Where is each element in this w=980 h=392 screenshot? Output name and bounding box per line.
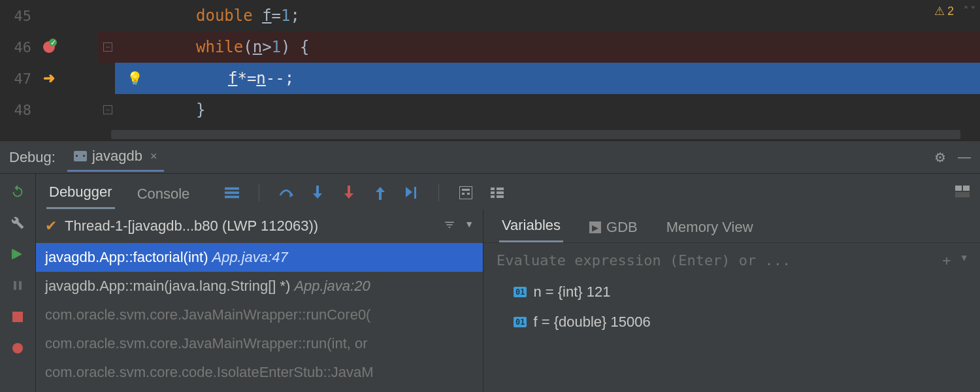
svg-rect-20 [955, 186, 962, 191]
run-config-name: javagdb [92, 148, 142, 165]
step-out-icon[interactable] [373, 186, 387, 200]
primitive-badge-icon: 01 [514, 317, 527, 327]
eval-placeholder: Evaluate expression (Enter) or ... [497, 252, 791, 269]
debug-inner-tabbar: Debugger Console [36, 174, 980, 210]
variable-row[interactable]: 01 n = {int} 121 [483, 277, 980, 307]
svg-rect-21 [963, 186, 970, 191]
line-number[interactable]: 46 [0, 39, 39, 56]
add-watch-icon[interactable]: + [942, 252, 951, 269]
line-number[interactable]: 48 [0, 102, 39, 118]
thread-check-icon: ✔ [45, 218, 57, 235]
breakpoint-icon[interactable] [43, 41, 55, 53]
debug-left-toolbar [0, 174, 36, 392]
code-line-46[interactable]: 46 − while (n > 1) { [0, 31, 980, 63]
force-step-into-icon[interactable] [342, 186, 356, 200]
svg-rect-16 [491, 195, 495, 198]
fold-toggle-icon[interactable]: − [103, 42, 112, 52]
svg-rect-4 [225, 191, 239, 194]
svg-rect-14 [491, 188, 495, 190]
stop-button[interactable] [9, 308, 26, 325]
variable-text: f = {double} 15006 [533, 314, 650, 331]
evaluate-expression-icon[interactable] [459, 186, 473, 200]
svg-rect-10 [459, 186, 472, 199]
debugger-tab[interactable]: Debugger [46, 177, 115, 209]
rerun-button[interactable] [9, 183, 26, 200]
svg-rect-13 [467, 193, 470, 195]
step-into-icon[interactable] [310, 186, 325, 200]
code-editor[interactable]: ⚠ 2 ˄˅ 𝙸 45 double f = 1; 46 − while (n … [0, 0, 980, 140]
step-over-icon[interactable] [279, 186, 293, 200]
frame-location: App.java:47 [212, 249, 287, 266]
close-tab-icon[interactable]: × [150, 150, 157, 163]
chip-icon [74, 151, 87, 161]
svg-rect-6 [316, 186, 319, 195]
stack-frame[interactable]: javagdb.App::factorial(int) App.java:47 [36, 243, 483, 272]
gdb-console-icon: ▶ [589, 221, 601, 233]
svg-rect-12 [462, 193, 465, 195]
stack-frame[interactable]: javagdb.App::main(java.lang.String[] *) … [36, 272, 483, 301]
svg-rect-9 [414, 187, 416, 199]
code-line-48[interactable]: 48 − } [0, 94, 980, 125]
trace-current-stream-icon[interactable] [490, 186, 504, 200]
filter-icon[interactable] [444, 219, 455, 234]
evaluate-expression-input[interactable]: Evaluate expression (Enter) or ... + ▼ [483, 243, 980, 277]
svg-rect-2 [19, 281, 22, 289]
svg-rect-0 [12, 250, 13, 259]
variable-row[interactable]: 01 f = {double} 15006 [483, 307, 980, 337]
svg-rect-18 [497, 191, 504, 194]
svg-rect-11 [462, 189, 470, 191]
debug-title: Debug: [9, 149, 56, 166]
horizontal-scrollbar[interactable] [111, 130, 960, 139]
svg-rect-1 [14, 281, 16, 289]
frame-location: App.java:20 [294, 278, 370, 295]
svg-rect-22 [955, 192, 970, 197]
code-line-47[interactable]: 47 ➜ 💡 f *= n--; [0, 63, 980, 94]
svg-rect-17 [497, 188, 504, 190]
view-breakpoints-button[interactable] [9, 340, 26, 357]
svg-rect-7 [348, 186, 350, 195]
execution-pointer-icon: ➜ [43, 70, 55, 87]
thread-label: Thread-1-[javagdb...b80 (LWP 112063)) [65, 218, 318, 235]
svg-rect-19 [497, 195, 504, 198]
code-line-45[interactable]: 45 double f = 1; [0, 0, 980, 31]
variables-pane: Variables ▶GDB Memory View Evaluate expr… [483, 209, 980, 392]
primitive-badge-icon: 01 [514, 287, 527, 297]
svg-rect-3 [225, 188, 239, 190]
console-tab[interactable]: Console [135, 179, 193, 209]
frame-signature: com.oracle.svm.core.JavaMainWrapper::run… [45, 306, 370, 323]
debug-settings-icon[interactable]: ⚙ [934, 150, 946, 165]
intention-bulb-icon[interactable]: 💡 [127, 71, 143, 86]
eval-dropdown-icon[interactable]: ▼ [962, 252, 967, 269]
resume-button[interactable] [9, 246, 26, 263]
frames-pane: ✔ Thread-1-[javagdb...b80 (LWP 112063)) … [36, 209, 483, 392]
debug-header: Debug: javagdb × ⚙ — [0, 141, 980, 174]
stack-frame[interactable]: com.oracle.svm.core.code.IsolateEnterStu… [36, 358, 483, 387]
layout-settings-icon[interactable] [955, 184, 970, 209]
thread-dropdown-icon[interactable]: ▼ [465, 219, 474, 234]
modify-run-config-button[interactable] [9, 214, 26, 231]
svg-rect-15 [491, 191, 495, 194]
variable-text: n = {int} 121 [533, 284, 610, 301]
frame-signature: javagdb.App::main(java.lang.String[] *) [45, 278, 290, 295]
line-number[interactable]: 45 [0, 8, 39, 24]
gdb-tab[interactable]: ▶GDB [587, 212, 640, 242]
frame-signature: com.oracle.svm.core.code.IsolateEnterStu… [45, 364, 374, 381]
memory-view-tab[interactable]: Memory View [664, 212, 756, 242]
fold-toggle-icon[interactable]: − [103, 105, 112, 114]
svg-rect-8 [379, 191, 382, 200]
stack-frame[interactable]: com.oracle.svm.core.JavaMainWrapper::run… [36, 301, 483, 329]
frame-signature: javagdb.App::factorial(int) [45, 249, 208, 266]
line-number[interactable]: 47 [0, 71, 39, 87]
svg-rect-5 [225, 196, 239, 199]
minimize-icon[interactable]: — [958, 150, 971, 165]
frame-signature: com.oracle.svm.core.JavaMainWrapper::run… [45, 335, 368, 352]
stack-frame[interactable]: com.oracle.svm.core.JavaMainWrapper::run… [36, 329, 483, 358]
variables-tab[interactable]: Variables [499, 210, 563, 242]
thread-selector[interactable]: ✔ Thread-1-[javagdb...b80 (LWP 112063)) … [36, 209, 483, 243]
run-to-cursor-icon[interactable] [404, 186, 419, 200]
pause-button[interactable] [9, 277, 26, 294]
threads-view-icon[interactable] [225, 186, 239, 200]
debug-run-tab[interactable]: javagdb × [67, 142, 164, 172]
